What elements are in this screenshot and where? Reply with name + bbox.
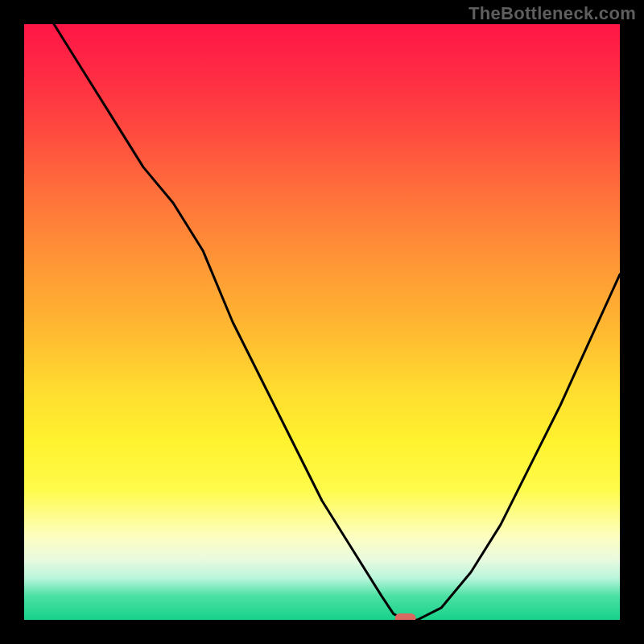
watermark-text: TheBottleneck.com: [469, 3, 636, 24]
plot-area: [24, 24, 620, 620]
bottleneck-curve-svg: [24, 24, 620, 620]
minimum-marker-icon: [395, 613, 416, 620]
chart-frame: TheBottleneck.com: [0, 0, 644, 644]
bottleneck-curve-path: [54, 24, 620, 620]
